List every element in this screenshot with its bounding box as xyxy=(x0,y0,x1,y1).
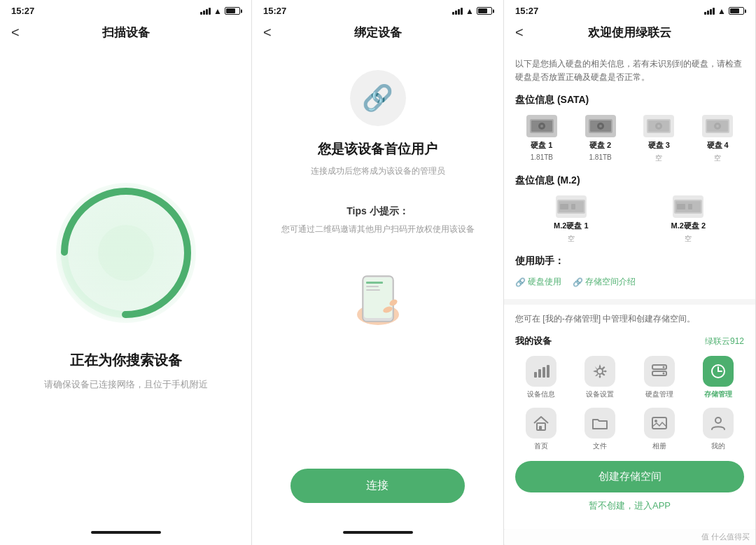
svg-rect-33 xyxy=(688,204,692,209)
svg-rect-36 xyxy=(542,367,545,378)
m2-1-empty: 空 xyxy=(568,234,575,244)
back-button-3[interactable]: < xyxy=(515,25,524,41)
m2-2-name: M.2硬盘 2 xyxy=(671,221,706,231)
disk-2-size: 1.81TB xyxy=(589,153,612,161)
svg-rect-35 xyxy=(538,369,541,378)
person-svg xyxy=(709,414,727,432)
svg-rect-37 xyxy=(547,365,550,378)
status-bar-1: 15:27 ▲ xyxy=(0,0,251,19)
storage-link-icon: 🔗 xyxy=(573,277,583,287)
home-label: 首页 xyxy=(534,441,548,451)
helper-link-storage[interactable]: 🔗 存储空间介绍 xyxy=(573,276,636,288)
svg-rect-47 xyxy=(539,426,542,430)
hdd-svg-4 xyxy=(705,117,730,135)
m2-title: 盘位信息 (M.2) xyxy=(515,174,744,187)
connect-button[interactable]: 连接 xyxy=(290,469,465,503)
wifi-icon-2: ▲ xyxy=(465,6,474,16)
home-icon xyxy=(526,408,556,439)
svg-point-50 xyxy=(715,418,721,423)
disk-2-name: 硬盘 2 xyxy=(589,140,611,151)
app-item-files[interactable]: 文件 xyxy=(574,408,626,451)
helper-link-disk[interactable]: 🔗 硬盘使用 xyxy=(515,276,561,288)
app-item-disk-manage[interactable]: 硬盘管理 xyxy=(634,356,685,399)
time-1: 15:27 xyxy=(11,6,34,16)
helper-title: 使用助手： xyxy=(515,255,744,268)
disk-1-size: 1.81TB xyxy=(531,153,553,161)
status-icons-3: ▲ xyxy=(704,6,744,16)
hand-phone-illustration xyxy=(343,255,413,325)
disk-info-section: 以下是您插入硬盘的相关信息，若有未识别到的硬盘，请检查硬盘是否放置正确及硬盘是否… xyxy=(504,49,755,299)
storage-manage-label: 存储管理 xyxy=(704,389,732,399)
back-button-1[interactable]: < xyxy=(11,25,20,41)
storage-manage-icon xyxy=(703,356,734,387)
welcome-page-title: 欢迎使用绿联云 xyxy=(588,25,671,41)
battery-icon-1 xyxy=(225,7,240,15)
tips-section: Tips 小提示： 您可通过二维码邀请其他用户扫码开放权使用该设备 xyxy=(269,205,486,235)
storage-desc: 您可在 [我的-存储管理] 中管理和创建存储空间。 xyxy=(515,313,744,325)
svg-point-40 xyxy=(662,366,664,368)
hdd-svg-2 xyxy=(588,117,613,135)
files-icon xyxy=(584,408,615,439)
svg-point-42 xyxy=(662,373,664,375)
m2-disk-grid: M.2硬盘 1 空 M.2硬盘 2 空 xyxy=(515,195,744,244)
disk-manage-label: 硬盘管理 xyxy=(645,389,673,399)
signal-icon-1 xyxy=(200,8,211,15)
bind-subtitle: 连接成功后您将成为该设备的管理员 xyxy=(311,165,445,177)
battery-icon-3 xyxy=(729,7,744,15)
device-info-icon xyxy=(526,356,556,387)
create-storage-button[interactable]: 创建存储空间 xyxy=(515,461,744,492)
signal-icon-3 xyxy=(704,8,715,15)
disk-icon-3 xyxy=(643,115,674,137)
back-button-2[interactable]: < xyxy=(263,25,272,41)
hdd-svg-1 xyxy=(529,117,554,135)
scan-progress-ring xyxy=(56,183,196,323)
app-item-home[interactable]: 首页 xyxy=(515,408,567,451)
app-grid-row2: 首页 文件 xyxy=(515,408,744,451)
svg-rect-29 xyxy=(571,204,575,209)
storage-card: 您可在 [我的-存储管理] 中管理和创建存储空间。 我的设备 绿联云912 xyxy=(504,305,755,529)
disk-3-name: 硬盘 3 xyxy=(648,140,670,151)
bind-title: 您是该设备首位用户 xyxy=(318,140,438,158)
disk-3-empty: 空 xyxy=(655,153,662,163)
status-icons-2: ▲ xyxy=(452,6,492,16)
bottom-bar-2 xyxy=(252,524,503,545)
app-item-mine[interactable]: 我的 xyxy=(692,408,744,451)
device-settings-label: 设备设置 xyxy=(586,389,614,399)
skip-link[interactable]: 暂不创建，进入APP xyxy=(515,499,744,512)
scan-main-label: 正在为你搜索设备 xyxy=(70,351,182,370)
link-icon: 🔗 xyxy=(362,83,393,113)
scan-content: 正在为你搜索设备 请确保设备已连接网络，且位于手机附近 xyxy=(0,49,251,524)
m2-1-name: M.2硬盘 1 xyxy=(554,221,589,231)
svg-rect-7 xyxy=(366,289,380,291)
welcome-panel: 15:27 ▲ < 欢迎使用绿联云 以下是您插入硬盘的相关信息，若有未识别到的硬… xyxy=(504,0,756,545)
status-icons-1: ▲ xyxy=(200,6,240,16)
svg-rect-6 xyxy=(366,286,379,287)
bottom-bar-1 xyxy=(0,524,251,545)
disk-item-4: 硬盘 4 空 xyxy=(691,115,744,163)
files-label: 文件 xyxy=(593,441,607,451)
app-item-device-settings[interactable]: 设备设置 xyxy=(574,356,626,399)
album-label: 相册 xyxy=(652,441,666,451)
scan-page-title: 扫描设备 xyxy=(102,25,150,41)
app-item-storage-manage[interactable]: 存储管理 xyxy=(692,356,744,399)
battery-icon-2 xyxy=(477,7,492,15)
svg-point-17 xyxy=(599,125,602,127)
phone-hand-svg xyxy=(343,255,413,325)
helper-links: 🔗 硬盘使用 🔗 存储空间介绍 xyxy=(515,276,744,288)
disk-item-2: 硬盘 2 1.81TB xyxy=(574,115,627,163)
app-item-album[interactable]: 相册 xyxy=(634,408,685,451)
sata-title: 盘位信息 (SATA) xyxy=(515,94,744,106)
sata-disk-grid: 硬盘 1 1.81TB 硬盘 2 1.81TB xyxy=(515,115,744,163)
app-item-device-info[interactable]: 设备信息 xyxy=(515,356,567,399)
hdd-svg-3 xyxy=(646,117,671,135)
svg-point-13 xyxy=(540,125,543,127)
chart-icon xyxy=(532,362,550,380)
m2-svg-1 xyxy=(556,195,587,218)
m2-icon-1 xyxy=(556,195,587,218)
wifi-icon-1: ▲ xyxy=(214,6,222,16)
home-svg xyxy=(532,414,550,432)
app-grid-row1: 设备信息 xyxy=(515,356,744,399)
album-icon xyxy=(644,408,675,439)
bind-header: < 绑定设备 xyxy=(252,19,503,49)
disk-item-1: 硬盘 1 1.81TB xyxy=(515,115,568,163)
